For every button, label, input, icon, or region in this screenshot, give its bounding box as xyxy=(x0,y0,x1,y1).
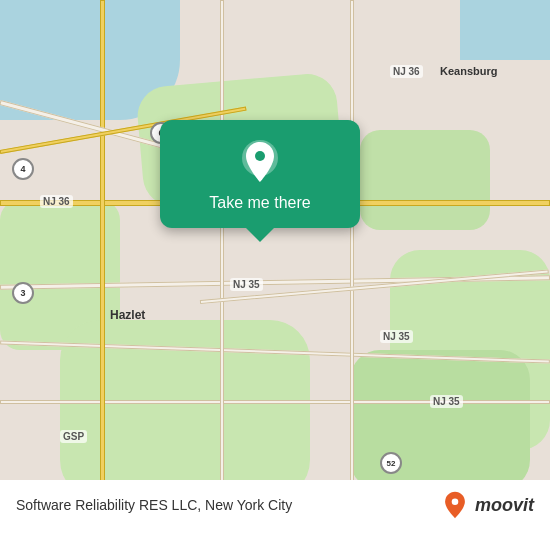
route-badge-4: 4 xyxy=(12,158,34,180)
bottom-section: Software Reliability RES LLC, New York C… xyxy=(0,480,550,550)
road-label-nj35-far: NJ 35 xyxy=(430,395,463,408)
map-popup: Take me there xyxy=(160,120,360,228)
road-label-nj36-left: NJ 36 xyxy=(40,195,73,208)
route-badge-3: 3 xyxy=(12,282,34,304)
svg-point-2 xyxy=(452,498,459,505)
moovit-pin-icon xyxy=(441,491,469,519)
town-label-keansburg: Keansburg xyxy=(440,65,497,77)
road-horizontal-4 xyxy=(0,400,550,404)
road-vertical-3 xyxy=(350,0,354,500)
green-area-6 xyxy=(360,130,490,230)
moovit-logo: moovit xyxy=(441,491,534,519)
road-label-gsp: GSP xyxy=(60,430,87,443)
location-pin-icon xyxy=(242,140,278,184)
route-badge-52: 52 xyxy=(380,452,402,474)
road-label-nj35-right: NJ 35 xyxy=(380,330,413,343)
svg-point-1 xyxy=(255,151,265,161)
map-container: NJ 36 NJ 36 NJ 35 NJ 35 NJ 35 GSP 4 6 3 … xyxy=(0,0,550,500)
water-area-topright xyxy=(460,0,550,60)
green-area-5 xyxy=(350,350,530,490)
road-vertical-1 xyxy=(100,0,105,500)
town-label-hazlet: Hazlet xyxy=(110,308,145,322)
moovit-brand-name: moovit xyxy=(475,495,534,516)
road-label-nj35-mid: NJ 35 xyxy=(230,278,263,291)
location-label: Software Reliability RES LLC, New York C… xyxy=(16,497,292,513)
take-me-there-button[interactable]: Take me there xyxy=(209,194,310,212)
road-label-nj36-top: NJ 36 xyxy=(390,65,423,78)
footer-info-line: Software Reliability RES LLC, New York C… xyxy=(0,480,550,530)
road-vertical-2 xyxy=(220,0,224,500)
